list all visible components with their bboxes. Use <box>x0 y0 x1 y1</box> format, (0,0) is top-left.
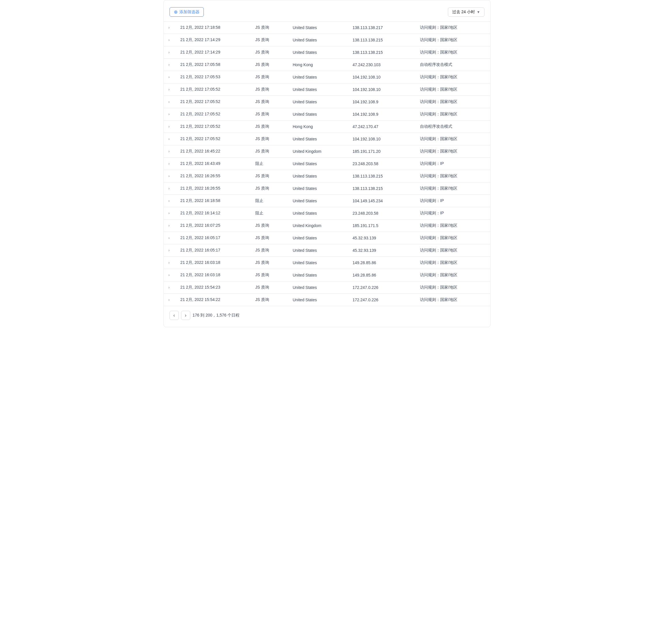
prev-page-button[interactable] <box>170 311 179 320</box>
table-row[interactable]: › 21 2月, 2022 17:05:53 JS 质询 United Stat… <box>164 71 490 84</box>
row-expand-chevron[interactable]: › <box>164 71 176 84</box>
row-date: 21 2月, 2022 16:45:22 <box>176 145 251 158</box>
row-type: JS 质询 <box>251 294 288 306</box>
row-expand-chevron[interactable]: › <box>164 195 176 207</box>
row-expand-chevron[interactable]: › <box>164 34 176 46</box>
row-expand-chevron[interactable]: › <box>164 120 176 133</box>
row-country: United States <box>288 232 348 244</box>
row-expand-chevron[interactable]: › <box>164 281 176 294</box>
chevron-down-icon: ▼ <box>477 10 480 14</box>
row-expand-chevron[interactable]: › <box>164 220 176 232</box>
row-ip: 138.113.138.217 <box>348 22 415 34</box>
table-row[interactable]: › 21 2月, 2022 17:14:29 JS 质询 United Stat… <box>164 34 490 46</box>
table-row[interactable]: › 21 2月, 2022 16:45:22 JS 质询 United King… <box>164 145 490 158</box>
table-row[interactable]: › 21 2月, 2022 17:14:29 JS 质询 United Stat… <box>164 46 490 59</box>
row-rule: 访问规则：国家/地区 <box>415 269 490 281</box>
row-ip: 185.191.171.20 <box>348 145 415 158</box>
row-rule: 访问规则：国家/地区 <box>415 294 490 306</box>
row-ip: 47.242.170.47 <box>348 120 415 133</box>
row-date: 21 2月, 2022 17:14:29 <box>176 34 251 46</box>
row-type: JS 质询 <box>251 257 288 269</box>
row-expand-chevron[interactable]: › <box>164 22 176 34</box>
table-row[interactable]: › 21 2月, 2022 17:05:52 JS 质询 United Stat… <box>164 84 490 96</box>
row-expand-chevron[interactable]: › <box>164 133 176 145</box>
table-row[interactable]: › 21 2月, 2022 17:05:52 JS 质询 United Stat… <box>164 133 490 145</box>
row-expand-chevron[interactable]: › <box>164 145 176 158</box>
add-filter-button[interactable]: ⊕ 添加筛选器 <box>170 7 204 17</box>
row-expand-chevron[interactable]: › <box>164 269 176 281</box>
row-expand-chevron[interactable]: › <box>164 182 176 195</box>
row-date: 21 2月, 2022 16:05:17 <box>176 244 251 257</box>
table-row[interactable]: › 21 2月, 2022 16:03:18 JS 质询 United Stat… <box>164 269 490 281</box>
row-rule: 访问规则：国家/地区 <box>415 108 490 120</box>
row-type: JS 质询 <box>251 232 288 244</box>
table-row[interactable]: › 21 2月, 2022 16:05:17 JS 质询 United Stat… <box>164 244 490 257</box>
table-row[interactable]: › 21 2月, 2022 16:26:55 JS 质询 United Stat… <box>164 182 490 195</box>
row-expand-chevron[interactable]: › <box>164 158 176 170</box>
row-rule: 访问规则：国家/地区 <box>415 182 490 195</box>
row-date: 21 2月, 2022 17:05:52 <box>176 120 251 133</box>
row-country: United States <box>288 133 348 145</box>
row-date: 21 2月, 2022 16:05:17 <box>176 232 251 244</box>
row-country: United States <box>288 96 348 108</box>
table-row[interactable]: › 21 2月, 2022 17:18:58 JS 质询 United Stat… <box>164 22 490 34</box>
row-rule: 访问规则：国家/地区 <box>415 34 490 46</box>
row-ip: 45.32.93.139 <box>348 232 415 244</box>
row-date: 21 2月, 2022 16:26:55 <box>176 170 251 182</box>
row-ip: 47.242.230.103 <box>348 59 415 71</box>
row-expand-chevron[interactable]: › <box>164 108 176 120</box>
row-rule: 自动程序攻击模式 <box>415 120 490 133</box>
table-row[interactable]: › 21 2月, 2022 15:54:22 JS 质询 United Stat… <box>164 294 490 306</box>
row-rule: 访问规则：国家/地区 <box>415 281 490 294</box>
row-expand-chevron[interactable]: › <box>164 207 176 220</box>
row-rule: 访问规则：IP <box>415 195 490 207</box>
row-expand-chevron[interactable]: › <box>164 257 176 269</box>
row-ip: 138.113.138.215 <box>348 34 415 46</box>
row-type: JS 质询 <box>251 269 288 281</box>
row-country: United States <box>288 34 348 46</box>
row-type: JS 质询 <box>251 96 288 108</box>
chevron-right-icon <box>185 313 186 318</box>
table-row[interactable]: › 21 2月, 2022 17:05:52 JS 质询 United Stat… <box>164 96 490 108</box>
row-expand-chevron[interactable]: › <box>164 84 176 96</box>
row-rule: 访问规则：国家/地区 <box>415 133 490 145</box>
table-row[interactable]: › 21 2月, 2022 16:05:17 JS 质询 United Stat… <box>164 232 490 244</box>
row-ip: 104.149.145.234 <box>348 195 415 207</box>
row-date: 21 2月, 2022 15:54:23 <box>176 281 251 294</box>
row-expand-chevron[interactable]: › <box>164 46 176 59</box>
next-page-button[interactable] <box>181 311 190 320</box>
row-country: Hong Kong <box>288 59 348 71</box>
row-type: JS 质询 <box>251 220 288 232</box>
row-expand-chevron[interactable]: › <box>164 232 176 244</box>
row-expand-chevron[interactable]: › <box>164 294 176 306</box>
table-row[interactable]: › 21 2月, 2022 16:26:55 JS 质询 United Stat… <box>164 170 490 182</box>
row-rule: 自动程序攻击模式 <box>415 59 490 71</box>
table-row[interactable]: › 21 2月, 2022 15:54:23 JS 质询 United Stat… <box>164 281 490 294</box>
row-rule: 访问规则：国家/地区 <box>415 220 490 232</box>
row-rule: 访问规则：国家/地区 <box>415 170 490 182</box>
row-ip: 45.32.93.139 <box>348 244 415 257</box>
time-range-select[interactable]: 过去 24 小时 ▼ <box>448 7 484 17</box>
table-row[interactable]: › 21 2月, 2022 17:05:52 JS 质询 Hong Kong 4… <box>164 120 490 133</box>
row-expand-chevron[interactable]: › <box>164 96 176 108</box>
table-row[interactable]: › 21 2月, 2022 16:07:25 JS 质询 United King… <box>164 220 490 232</box>
row-expand-chevron[interactable]: › <box>164 59 176 71</box>
row-expand-chevron[interactable]: › <box>164 244 176 257</box>
row-expand-chevron[interactable]: › <box>164 170 176 182</box>
table-row[interactable]: › 21 2月, 2022 16:14:12 阻止 United States … <box>164 207 490 220</box>
row-rule: 访问规则：国家/地区 <box>415 22 490 34</box>
table-row[interactable]: › 21 2月, 2022 17:05:58 JS 质询 Hong Kong 4… <box>164 59 490 71</box>
row-ip: 149.28.85.86 <box>348 257 415 269</box>
row-date: 21 2月, 2022 16:26:55 <box>176 182 251 195</box>
row-ip: 185.191.171.5 <box>348 220 415 232</box>
row-date: 21 2月, 2022 16:07:25 <box>176 220 251 232</box>
row-country: United Kingdom <box>288 220 348 232</box>
row-country: United States <box>288 22 348 34</box>
row-rule: 访问规则：国家/地区 <box>415 46 490 59</box>
table-row[interactable]: › 21 2月, 2022 16:03:18 JS 质询 United Stat… <box>164 257 490 269</box>
table-row[interactable]: › 21 2月, 2022 16:43:49 阻止 United States … <box>164 158 490 170</box>
toolbar: ⊕ 添加筛选器 过去 24 小时 ▼ <box>164 5 490 21</box>
table-row[interactable]: › 21 2月, 2022 16:18:58 阻止 United States … <box>164 195 490 207</box>
table-row[interactable]: › 21 2月, 2022 17:05:52 JS 质询 United Stat… <box>164 108 490 120</box>
row-country: United States <box>288 158 348 170</box>
